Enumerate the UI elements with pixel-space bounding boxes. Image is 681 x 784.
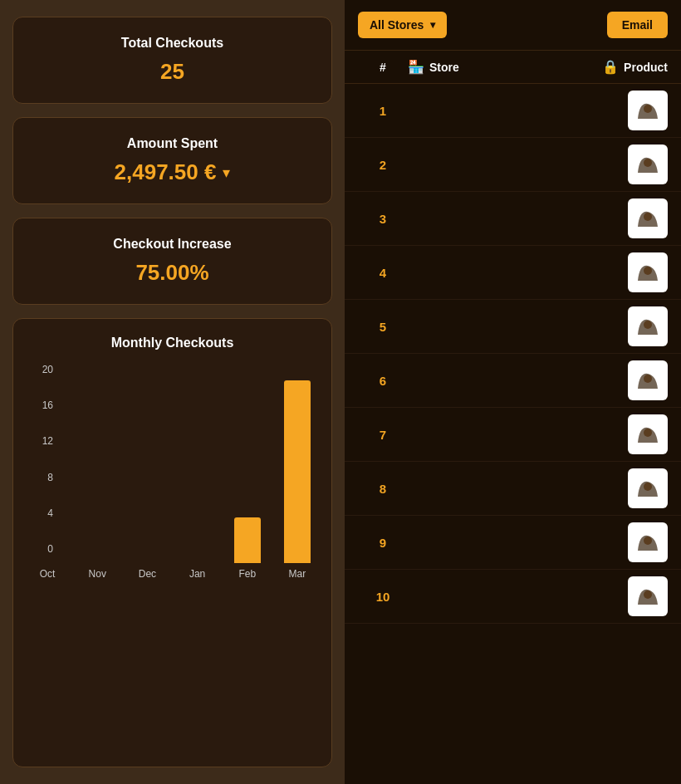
product-thumb-2 [628, 145, 668, 184]
y-label-16: 16 [42, 399, 53, 411]
product-image-1 [631, 94, 664, 127]
svg-point-1 [644, 105, 652, 113]
table-row[interactable]: 1 [345, 84, 681, 138]
row-product-7 [593, 414, 668, 454]
svg-point-13 [644, 429, 652, 437]
table-row[interactable]: 2 [345, 138, 681, 192]
svg-point-5 [644, 213, 652, 221]
row-num-10: 10 [358, 590, 408, 604]
email-button[interactable]: Email [607, 12, 668, 38]
chart-title: Monthly Checkouts [26, 336, 319, 350]
product-image-10 [631, 580, 664, 613]
bar-dec-label: Dec [139, 568, 156, 580]
product-thumb-1 [628, 91, 668, 130]
table-row[interactable]: 8 [345, 462, 681, 516]
table-body: 1 2 [345, 84, 681, 784]
amount-spent-value: 2,497.50 € [115, 159, 217, 185]
product-image-9 [631, 526, 664, 559]
product-image-5 [631, 310, 664, 343]
table-row[interactable]: 7 [345, 408, 681, 462]
col-store-header: 🏪 Store [408, 59, 593, 75]
bar-dec: Dec [125, 563, 169, 580]
total-checkouts-card: Total Checkouts 25 [12, 17, 332, 104]
right-header: All Stores ▾ Email [345, 0, 681, 51]
amount-expand-icon[interactable]: ▾ [223, 164, 230, 182]
row-product-1 [593, 91, 668, 130]
product-image-8 [631, 472, 664, 505]
row-num-1: 1 [358, 104, 408, 118]
y-label-8: 8 [47, 472, 53, 483]
row-num-6: 6 [358, 374, 408, 388]
total-checkouts-value: 25 [30, 59, 315, 85]
product-thumb-9 [628, 522, 668, 562]
row-num-8: 8 [358, 482, 408, 496]
y-label-12: 12 [42, 435, 53, 447]
y-axis: 20 16 12 8 4 0 [26, 364, 57, 555]
table-row[interactable]: 6 [345, 354, 681, 408]
left-panel: Total Checkouts 25 Amount Spent 2,497.50… [0, 0, 345, 784]
bar-feb: Feb [226, 517, 269, 580]
y-label-4: 4 [47, 507, 53, 519]
product-thumb-3 [628, 198, 668, 238]
table-row[interactable]: 5 [345, 300, 681, 354]
svg-point-15 [644, 483, 652, 491]
product-image-7 [631, 418, 664, 451]
checkout-increase-value: 75.00% [30, 260, 315, 286]
row-product-10 [593, 576, 668, 616]
amount-spent-title: Amount Spent [30, 136, 315, 151]
right-panel: All Stores ▾ Email # 🏪 Store 🔒 Product 1 [345, 0, 681, 784]
table-row[interactable]: 3 [345, 192, 681, 246]
bar-feb-fill [234, 517, 261, 563]
bar-nov: Nov [76, 563, 119, 580]
table-row[interactable]: 10 [345, 570, 681, 624]
row-num-4: 4 [358, 266, 408, 280]
product-thumb-8 [628, 468, 668, 508]
bar-oct-label: Oct [40, 568, 56, 580]
product-image-4 [631, 256, 664, 289]
table-row[interactable]: 9 [345, 516, 681, 570]
svg-point-7 [644, 267, 652, 275]
y-label-20: 20 [42, 364, 53, 375]
col-hash-header: # [358, 61, 408, 74]
amount-row: 2,497.50 € ▾ [30, 159, 315, 185]
row-product-4 [593, 252, 668, 292]
bar-mar-label: Mar [289, 568, 306, 580]
store-selector-label: All Stores [370, 18, 424, 32]
table-row[interactable]: 4 [345, 246, 681, 300]
store-icon: 🏪 [408, 59, 424, 75]
row-product-5 [593, 306, 668, 346]
row-product-9 [593, 522, 668, 562]
bar-mar: Mar [276, 380, 319, 580]
product-thumb-4 [628, 252, 668, 292]
product-thumb-10 [628, 576, 668, 616]
row-product-6 [593, 360, 668, 400]
col-product-label: Product [624, 61, 668, 74]
store-selector[interactable]: All Stores ▾ [358, 12, 447, 38]
bar-mar-fill [284, 380, 311, 563]
row-product-3 [593, 198, 668, 238]
svg-point-17 [644, 537, 652, 545]
bar-feb-label: Feb [238, 568, 256, 580]
product-image-2 [631, 148, 664, 181]
bar-oct: Oct [26, 563, 69, 580]
row-num-2: 2 [358, 158, 408, 172]
product-icon: 🔒 [602, 59, 619, 75]
bar-nov-label: Nov [89, 568, 106, 580]
checkout-increase-title: Checkout Increase [30, 237, 315, 252]
total-checkouts-title: Total Checkouts [30, 36, 315, 51]
product-image-3 [631, 202, 664, 235]
svg-point-3 [644, 159, 652, 167]
col-product-header: 🔒 Product [593, 59, 668, 75]
row-num-5: 5 [358, 320, 408, 334]
checkout-increase-card: Checkout Increase 75.00% [12, 218, 332, 305]
chart-container: 20 16 12 8 4 0 Oct Nov [26, 364, 319, 580]
dropdown-arrow-icon: ▾ [430, 19, 435, 31]
svg-point-9 [644, 321, 652, 329]
row-product-8 [593, 468, 668, 508]
product-thumb-6 [628, 360, 668, 400]
y-label-0: 0 [47, 543, 53, 555]
product-thumb-7 [628, 414, 668, 454]
row-num-7: 7 [358, 428, 408, 442]
bar-jan-label: Jan [189, 568, 205, 580]
amount-spent-card: Amount Spent 2,497.50 € ▾ [12, 117, 332, 204]
